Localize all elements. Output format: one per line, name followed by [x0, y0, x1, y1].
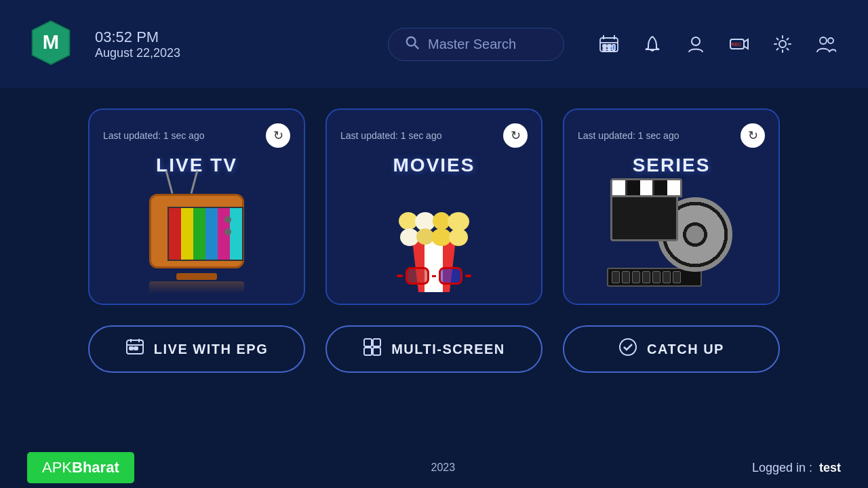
svg-rect-27	[373, 339, 380, 346]
film-hole	[612, 271, 620, 283]
svg-rect-29	[373, 348, 380, 355]
stripe-green	[193, 208, 205, 260]
glasses-lens-right	[439, 267, 462, 285]
svg-point-13	[692, 37, 700, 45]
stripe-blue	[205, 208, 218, 260]
film-hole	[622, 271, 630, 283]
svg-point-19	[828, 38, 833, 43]
movies-card[interactable]: Last updated: 1 sec ago ↻ MOVIES	[326, 108, 542, 305]
apk-bharat-badge: APKBharat	[27, 452, 134, 483]
live-epg-label: LIVE WITH EPG	[154, 342, 268, 357]
svg-text:REC: REC	[732, 42, 742, 47]
live-epg-button[interactable]: LIVE WITH EPG	[88, 325, 305, 373]
user-icon[interactable]	[681, 29, 711, 59]
apk-text: APK	[42, 459, 72, 476]
clapper-top	[610, 178, 682, 197]
app-header: M 03:52 PM August 22,2023 Master Search	[0, 0, 868, 88]
svg-rect-24	[130, 347, 133, 350]
header-icons: REC	[594, 29, 841, 59]
stripe-yellow	[181, 208, 193, 260]
search-label: Master Search	[428, 37, 516, 52]
tv-knob2	[224, 228, 231, 235]
refresh-movies-button[interactable]: ↻	[503, 123, 528, 148]
svg-rect-10	[603, 49, 606, 50]
stripe-cyan	[230, 208, 242, 260]
bharat-text: Bharat	[72, 459, 119, 476]
footer-date: 2023	[431, 462, 456, 474]
film-hole	[642, 271, 650, 283]
svg-point-17	[779, 41, 786, 47]
glasses-arm-left	[397, 274, 403, 277]
svg-rect-28	[364, 348, 372, 355]
last-updated-livetv: Last updated: 1 sec ago	[103, 130, 204, 141]
time-display: 03:52 PM	[95, 28, 180, 46]
glasses-bridge	[432, 275, 437, 277]
svg-rect-8	[603, 45, 606, 47]
multi-screen-button[interactable]: MULTI-SCREEN	[326, 325, 542, 373]
catch-up-label: CATCH UP	[647, 342, 724, 357]
film-illustration	[607, 184, 736, 292]
logged-in-display: Logged in : test	[752, 461, 841, 475]
notification-icon[interactable]	[637, 29, 667, 59]
clapper-stripe	[612, 180, 627, 195]
catch-up-button[interactable]: CATCH UP	[563, 325, 780, 373]
movies-title: MOVIES	[340, 155, 528, 176]
epg-icon[interactable]	[594, 29, 624, 59]
svg-rect-26	[364, 339, 372, 346]
search-icon	[405, 35, 420, 54]
tv-body	[149, 194, 244, 268]
clapper-stripe	[627, 180, 640, 195]
svg-point-30	[620, 339, 636, 355]
3d-glasses	[397, 265, 471, 287]
svg-rect-9	[608, 45, 611, 47]
username-display: test	[819, 461, 841, 474]
svg-rect-12	[612, 45, 615, 50]
glasses-lens-left	[406, 267, 429, 285]
film-hole	[632, 271, 640, 283]
last-updated-movies: Last updated: 1 sec ago	[340, 130, 441, 141]
livetv-image	[103, 179, 290, 297]
popcorn-ball	[449, 228, 468, 246]
svg-rect-25	[134, 347, 138, 350]
live-tv-card[interactable]: Last updated: 1 sec ago ↻ LIVE TV	[88, 108, 305, 305]
glasses-arm-right	[465, 274, 471, 277]
series-title: SERIES	[578, 155, 765, 176]
app-logo[interactable]: M	[27, 19, 75, 69]
film-hole	[673, 271, 681, 283]
popcorn-illustration	[380, 184, 488, 292]
card-header-movies: Last updated: 1 sec ago ↻	[340, 123, 528, 148]
tv-base	[176, 273, 217, 280]
clapper-stripe	[654, 180, 667, 195]
tv-knob	[224, 216, 231, 223]
cards-row: Last updated: 1 sec ago ↻ LIVE TV	[68, 108, 800, 305]
film-hole	[663, 271, 671, 283]
action-buttons-row: LIVE WITH EPG MULTI-SCREEN CATCH UP	[68, 325, 800, 373]
datetime-display: 03:52 PM August 22,2023	[95, 28, 180, 60]
refresh-livetv-button[interactable]: ↻	[266, 123, 290, 148]
clapper-body	[610, 194, 678, 241]
popcorn-cluster	[393, 184, 475, 245]
svg-point-18	[820, 37, 827, 44]
refresh-series-button[interactable]: ↻	[741, 123, 765, 148]
epg-btn-icon	[125, 338, 144, 361]
last-updated-series: Last updated: 1 sec ago	[578, 130, 679, 141]
movies-image	[340, 179, 528, 297]
svg-point-2	[407, 37, 416, 45]
svg-line-3	[415, 45, 419, 49]
app-footer: APKBharat 2023 Logged in : test	[0, 447, 868, 488]
tv-reflection	[149, 281, 244, 293]
profiles-icon[interactable]	[811, 29, 841, 59]
settings-icon[interactable]	[768, 29, 797, 59]
series-card[interactable]: Last updated: 1 sec ago ↻ SERIES	[563, 108, 780, 305]
clapper-stripe	[667, 180, 680, 195]
main-content: Last updated: 1 sec ago ↻ LIVE TV	[0, 88, 868, 386]
search-bar[interactable]: Master Search	[388, 28, 564, 61]
apk-badge: APKBharat	[27, 452, 134, 483]
multiscreen-btn-icon	[363, 338, 382, 361]
record-icon[interactable]: REC	[724, 29, 754, 59]
catchup-btn-icon	[618, 338, 637, 361]
card-header-series: Last updated: 1 sec ago ↻	[578, 123, 765, 148]
card-header-livetv: Last updated: 1 sec ago ↻	[103, 123, 290, 148]
series-image	[578, 179, 765, 297]
logged-in-label: Logged in :	[752, 461, 812, 474]
